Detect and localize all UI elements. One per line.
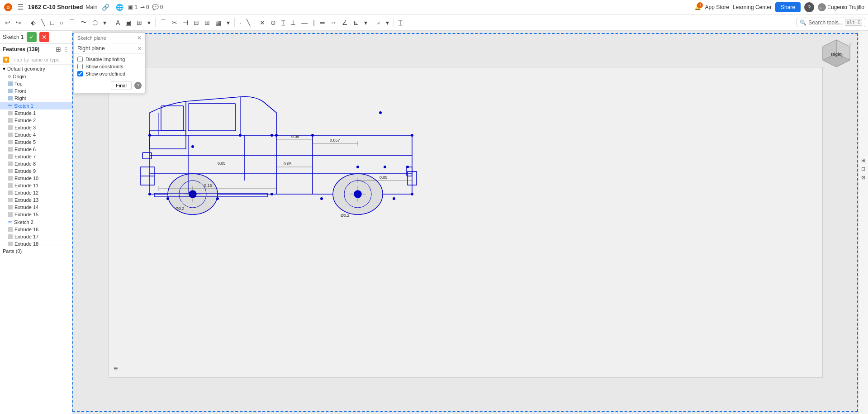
tree-item-front[interactable]: Front bbox=[0, 87, 72, 95]
panel-icon-1[interactable]: ⊞ bbox=[861, 157, 865, 163]
tree-item-extrude15[interactable]: Extrude 15 bbox=[0, 211, 72, 218]
cancel-sketch-button[interactable]: ✕ bbox=[39, 32, 49, 42]
search-tools[interactable]: 🔍 Search tools... alt C bbox=[797, 18, 865, 27]
notification-bell[interactable]: 🔔 1 bbox=[694, 4, 701, 10]
sidebar-filter-bar[interactable]: 🔽 bbox=[0, 55, 72, 65]
tool-fillet[interactable]: ⌒ bbox=[158, 17, 169, 28]
sketch-help-button[interactable]: ? bbox=[134, 82, 142, 89]
tool-arc[interactable]: ⌒ bbox=[66, 17, 77, 28]
tool-circle[interactable]: ○ bbox=[57, 18, 65, 28]
tree-item-extrude18[interactable]: Extrude 18 bbox=[0, 240, 72, 246]
show-constraints-option[interactable]: Show constraints bbox=[77, 64, 142, 69]
viewport[interactable]: 0.05 0.057 0.05 bbox=[72, 31, 868, 414]
tree-item-extrude7[interactable]: Extrude 7 bbox=[0, 153, 72, 160]
tool-line[interactable]: ╲ bbox=[39, 18, 47, 28]
tool-more-modify[interactable]: ▾ bbox=[224, 18, 232, 28]
tree-item-extrude2[interactable]: Extrude 2 bbox=[0, 117, 72, 124]
tool-angle[interactable]: ∠ bbox=[340, 18, 350, 28]
tool-redo[interactable]: ↪ bbox=[14, 18, 24, 28]
default-geometry-group[interactable]: ▾ Default geometry bbox=[0, 65, 72, 73]
tool-polygon[interactable]: ⬡ bbox=[90, 18, 100, 28]
logo[interactable]: O bbox=[4, 3, 13, 12]
tree-item-sketch2[interactable]: ✏Sketch 2 bbox=[0, 218, 72, 226]
tool-undo[interactable]: ↩ bbox=[3, 18, 13, 28]
tool-offset[interactable]: ⊟ bbox=[191, 18, 201, 28]
tree-item-top[interactable]: Top bbox=[0, 80, 72, 87]
show-overdefined-option[interactable]: Show overdefined bbox=[77, 71, 142, 76]
tool-parallel[interactable]: ⌶ bbox=[279, 18, 287, 28]
plane-close-icon[interactable]: ✕ bbox=[138, 46, 142, 52]
tool-concentric[interactable]: ⊙ bbox=[268, 18, 278, 28]
item-label: Extrude 6 bbox=[14, 147, 36, 152]
tree-item-extrude10[interactable]: Extrude 10 bbox=[0, 175, 72, 182]
confirm-sketch-button[interactable]: ✓ bbox=[27, 32, 37, 42]
tree-item-extrude9[interactable]: Extrude 9 bbox=[0, 167, 72, 175]
tree-item-extrude5[interactable]: Extrude 5 bbox=[0, 138, 72, 146]
filter-input[interactable] bbox=[11, 57, 74, 62]
disable-imprinting-option[interactable]: Disable imprinting bbox=[77, 57, 142, 62]
sidebar-menu-icon[interactable]: ⋮ bbox=[63, 46, 69, 53]
parts-section[interactable]: Parts (0) bbox=[0, 246, 72, 256]
final-button[interactable]: Final bbox=[111, 81, 132, 90]
tool-mirror[interactable]: ⊞ bbox=[202, 18, 212, 28]
tool-horizontal[interactable]: — bbox=[299, 18, 310, 28]
tool-point[interactable]: · bbox=[237, 18, 243, 28]
tool-text[interactable]: A bbox=[114, 18, 122, 28]
tool-perpendicular[interactable]: ⊥ bbox=[288, 18, 298, 28]
origin-icon bbox=[8, 75, 11, 78]
tree-item-extrude11[interactable]: Extrude 11 bbox=[0, 182, 72, 189]
tool-more-constraint[interactable]: ▾ bbox=[362, 18, 370, 28]
learning-center-link[interactable]: Learning Center bbox=[733, 4, 772, 10]
panel-icon-3[interactable]: ⊠ bbox=[861, 175, 865, 181]
drawing-area[interactable]: 0.05 0.057 0.05 bbox=[109, 67, 823, 378]
tool-spline[interactable]: 〜 bbox=[78, 17, 89, 28]
tree-item-extrude16[interactable]: Extrude 16 bbox=[0, 226, 72, 233]
show-constraints-checkbox[interactable] bbox=[77, 64, 83, 69]
help-button[interactable]: ? bbox=[804, 2, 814, 12]
tool-extend[interactable]: ⊣ bbox=[180, 18, 190, 28]
tree-item-extrude8[interactable]: Extrude 8 bbox=[0, 160, 72, 167]
sidebar-toggle-icon[interactable]: ⊞ bbox=[56, 46, 61, 53]
tree-item-extrude6[interactable]: Extrude 6 bbox=[0, 146, 72, 153]
tree-item-extrude12[interactable]: Extrude 12 bbox=[0, 189, 72, 196]
tool-measure[interactable]: ⌶ bbox=[396, 18, 404, 28]
link-icon[interactable]: 🔗 bbox=[100, 3, 111, 12]
tree-item-extrude4[interactable]: Extrude 4 bbox=[0, 131, 72, 138]
tool-equal[interactable]: ═ bbox=[318, 18, 327, 28]
tool-rectangle[interactable]: □ bbox=[48, 18, 56, 28]
appstore-link[interactable]: App Store bbox=[705, 4, 729, 10]
tool-construction[interactable]: ╲ bbox=[244, 18, 252, 28]
sketch-panel-close-button[interactable]: ✕ bbox=[137, 35, 142, 41]
hamburger-menu[interactable]: ☰ bbox=[15, 2, 25, 12]
svg-point-42 bbox=[216, 197, 219, 200]
tool-table[interactable]: ⊞ bbox=[134, 18, 144, 28]
show-overdefined-checkbox[interactable] bbox=[77, 71, 83, 76]
tool-more-draw[interactable]: ▾ bbox=[101, 18, 109, 28]
tool-coincident[interactable]: ✕ bbox=[257, 18, 267, 28]
tool-more-insert[interactable]: ▾ bbox=[145, 18, 153, 28]
tool-dimension[interactable]: ⌿ bbox=[375, 18, 383, 28]
orientation-cube[interactable]: Right Y bbox=[818, 38, 854, 74]
disable-imprinting-checkbox[interactable] bbox=[77, 57, 83, 62]
user-menu[interactable]: ET Eugenio Trujillo bbox=[818, 3, 864, 11]
tool-tangent[interactable]: ↔ bbox=[328, 18, 339, 28]
tree-item-extrude13[interactable]: Extrude 13 bbox=[0, 196, 72, 204]
tool-trim[interactable]: ✂ bbox=[170, 18, 180, 28]
globe-icon[interactable]: 🌐 bbox=[114, 3, 125, 12]
tool-vertical[interactable]: | bbox=[311, 18, 317, 28]
tree-item-extrude3[interactable]: Extrude 3 bbox=[0, 124, 72, 131]
tool-select[interactable]: ⬖ bbox=[28, 18, 38, 28]
tree-item-extrude17[interactable]: Extrude 17 bbox=[0, 233, 72, 240]
share-button[interactable]: Share bbox=[775, 2, 801, 12]
tool-dim-more[interactable]: ▾ bbox=[384, 18, 391, 28]
tool-fix[interactable]: ⊾ bbox=[351, 18, 361, 28]
tree-item-origin[interactable]: Origin bbox=[0, 73, 72, 80]
tree-item-right[interactable]: Right bbox=[0, 95, 72, 102]
tool-image[interactable]: ▣ bbox=[123, 18, 133, 28]
notes-icon[interactable]: ≡ bbox=[114, 365, 118, 373]
tree-item-sketch1[interactable]: ✏ Sketch 1 bbox=[0, 102, 72, 109]
tool-pattern[interactable]: ▦ bbox=[213, 18, 223, 28]
tree-item-extrude14[interactable]: Extrude 14 bbox=[0, 204, 72, 211]
tree-item-extrude1[interactable]: Extrude 1 bbox=[0, 109, 72, 117]
panel-icon-2[interactable]: ⊟ bbox=[861, 166, 865, 172]
